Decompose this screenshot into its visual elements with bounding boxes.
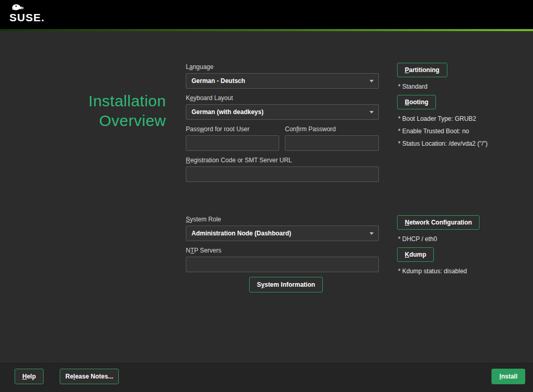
install-button[interactable]: Install — [491, 369, 525, 384]
language-select[interactable]: German - Deutsch — [186, 73, 379, 89]
system-role-label: System Role — [186, 216, 221, 223]
confirm-password-label: Confirm Password — [285, 125, 336, 133]
language-select-value: German - Deutsch — [192, 77, 245, 85]
kdump-summary-item: * Kdump status: disabled — [398, 268, 467, 275]
keyboard-layout-select-value: German (with deadkeys) — [192, 108, 264, 116]
network-configuration-button[interactable]: Network Configuration — [397, 215, 480, 230]
chevron-down-icon — [370, 80, 374, 82]
system-information-button[interactable]: System Information — [249, 277, 323, 292]
ntp-servers-field[interactable] — [186, 257, 379, 272]
language-label: Language — [186, 63, 213, 71]
release-notes-button[interactable]: Release Notes... — [60, 369, 119, 384]
system-role-select[interactable]: Administration Node (Dashboard) — [186, 226, 379, 241]
chevron-down-icon — [370, 111, 374, 114]
registration-label: Registration Code or SMT Server URL — [186, 157, 292, 164]
brand-accent-line — [0, 29, 533, 31]
system-role-select-value: Administration Node (Dashboard) — [192, 230, 291, 237]
brand-text: SUSE. — [9, 12, 45, 23]
registration-field[interactable] — [186, 166, 379, 182]
suse-logo: SUSE. — [9, 3, 45, 23]
ntp-servers-label: NTP Servers — [186, 247, 221, 254]
confirm-password-field[interactable] — [285, 135, 379, 151]
partitioning-button[interactable]: Partitioning — [397, 63, 447, 77]
suse-chameleon-icon — [9, 3, 26, 11]
page-title: Installation Overview — [16, 91, 166, 131]
help-button[interactable]: Help — [15, 369, 44, 384]
booting-button[interactable]: Booting — [397, 95, 436, 109]
keyboard-layout-select[interactable]: German (with deadkeys) — [186, 104, 379, 120]
partitioning-summary-item: * Standard — [398, 83, 428, 90]
booting-summary-item: * Boot Loader Type: GRUB2 — [398, 115, 476, 122]
booting-summary-item: * Status Location: /dev/vda2 ("/") — [398, 140, 488, 147]
chevron-down-icon — [370, 232, 374, 235]
network-summary-item: * DHCP / eth0 — [398, 235, 437, 243]
booting-summary-item: * Enable Trusted Boot: no — [398, 128, 469, 135]
page-title-line2: Overview — [16, 111, 166, 131]
keyboard-layout-label: Keyboard Layout — [186, 94, 233, 102]
kdump-button[interactable]: Kdump — [397, 247, 434, 262]
root-password-label: Password for root User — [186, 125, 250, 133]
page-title-line1: Installation — [16, 91, 166, 111]
header-bar: SUSE. — [0, 0, 533, 29]
root-password-field[interactable] — [186, 135, 279, 151]
installer-window: SUSE. Installation Overview Language Ger… — [0, 0, 533, 392]
